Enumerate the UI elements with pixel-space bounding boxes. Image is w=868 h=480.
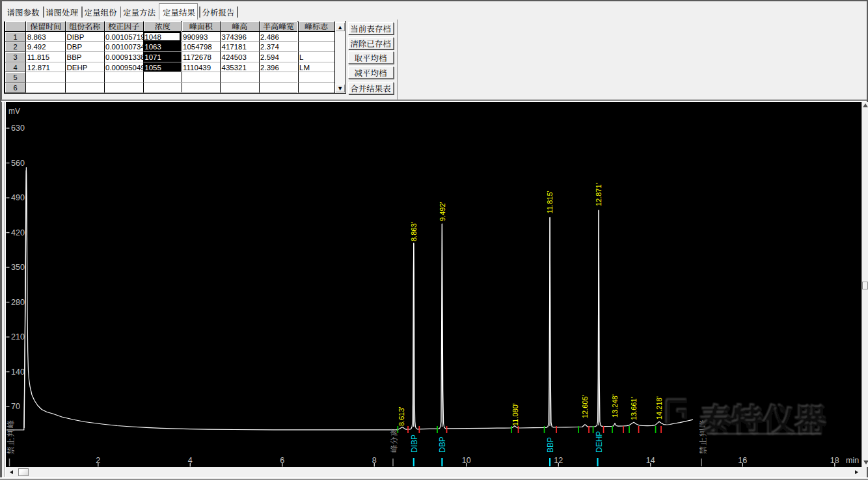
svg-text:2: 2 [96, 456, 100, 465]
svg-text:BBP: BBP [544, 437, 555, 453]
svg-text:禁止判峰: 禁止判峰 [5, 420, 16, 455]
svg-text:4: 4 [188, 456, 193, 465]
svg-text:12: 12 [554, 456, 563, 465]
svg-text:560: 560 [11, 159, 25, 168]
svg-text:DEHP: DEHP [593, 431, 604, 453]
svg-text:DIBP: DIBP [408, 434, 419, 453]
svg-text:210: 210 [11, 332, 25, 341]
svg-text:350: 350 [11, 263, 25, 272]
svg-text:11.815': 11.815' [544, 191, 554, 213]
svg-text:630: 630 [11, 124, 25, 133]
svg-text:峰分离: 峰分离 [388, 428, 399, 453]
svg-text:mV: mV [8, 107, 20, 116]
svg-text:6: 6 [280, 456, 284, 465]
svg-text:8.863': 8.863' [408, 222, 418, 241]
svg-text:8.613': 8.613' [396, 407, 406, 426]
svg-text:490: 490 [11, 193, 25, 202]
svg-text:12.605': 12.605' [579, 395, 590, 418]
svg-text:14: 14 [646, 456, 655, 465]
svg-text:140: 140 [11, 367, 25, 377]
svg-text:8: 8 [372, 456, 377, 465]
svg-text:13.248': 13.248' [609, 394, 619, 418]
svg-text:16: 16 [738, 456, 747, 465]
svg-text:70: 70 [11, 402, 20, 411]
svg-text:280: 280 [11, 298, 25, 307]
svg-text:18: 18 [830, 456, 839, 465]
svg-text:DBP: DBP [436, 436, 447, 453]
svg-text:min: min [846, 456, 859, 465]
svg-text:420: 420 [11, 228, 25, 237]
svg-text:10: 10 [462, 456, 471, 465]
svg-text:12.871': 12.871' [593, 183, 603, 206]
svg-text:9.492': 9.492' [437, 202, 447, 221]
svg-text:11.080': 11.080' [509, 403, 520, 426]
svg-text:13.661': 13.661' [628, 397, 638, 420]
